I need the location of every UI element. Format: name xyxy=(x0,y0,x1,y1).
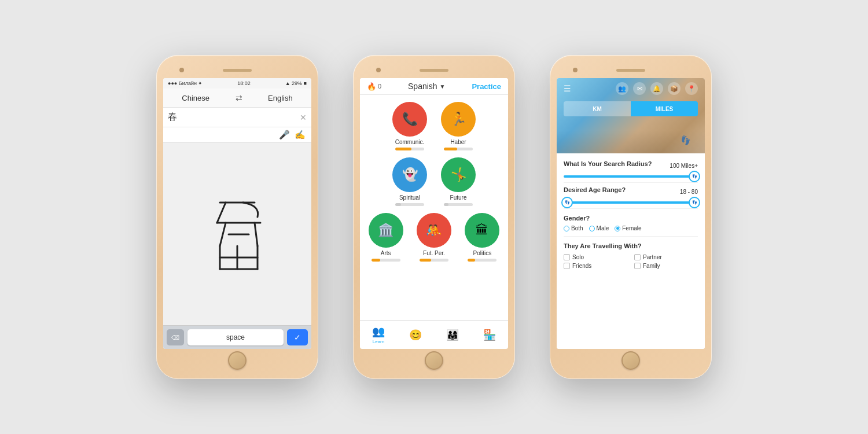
age-min-thumb[interactable]: 👣 xyxy=(561,197,573,208)
future-icon: 🤸 xyxy=(451,167,466,182)
nav-friends[interactable]: 👨‍👩‍👧 xyxy=(434,321,471,349)
future-circle: 🤸 xyxy=(441,157,476,192)
arts-fill xyxy=(372,259,380,262)
learn-label: Learn xyxy=(373,339,384,344)
arts-label: Arts xyxy=(381,250,391,256)
category-communic[interactable]: 📞 Communic. xyxy=(389,102,430,150)
radius-slider-thumb[interactable]: 👣 xyxy=(689,171,700,182)
communic-label: Communic. xyxy=(395,139,425,145)
phone-3-bottom xyxy=(621,349,640,372)
gender-male[interactable]: Male xyxy=(589,225,609,231)
topbar-icons: 👥 ✉ 🔔 📦 📍 xyxy=(616,82,698,95)
language-name: Spanish xyxy=(408,82,437,91)
unit-tabs[interactable]: KM MILES xyxy=(564,101,698,116)
female-radio[interactable] xyxy=(615,226,620,231)
home-button-3[interactable] xyxy=(621,351,640,370)
fut-per-label: Fut. Per. xyxy=(423,250,445,256)
source-language-label: Chinese xyxy=(182,94,209,102)
female-radio-dot xyxy=(616,227,619,230)
clear-icon[interactable]: ✕ xyxy=(300,113,307,122)
carrier-label: ●●● Билайн ✦ xyxy=(168,80,203,86)
fut-per-circle: 🤼 xyxy=(417,213,451,248)
language-selector[interactable]: Spanish ▼ xyxy=(408,82,446,91)
haber-circle: 🏃 xyxy=(441,102,476,137)
delete-key[interactable]: ⌫ xyxy=(167,329,184,345)
haber-label: Haber xyxy=(450,139,466,145)
travel-solo[interactable]: Solo xyxy=(564,254,627,260)
gender-label: Gender? xyxy=(564,215,590,222)
radius-slider-track: 👣 xyxy=(564,175,698,178)
travel-friends[interactable]: Friends xyxy=(564,263,627,269)
spiritual-circle: 👻 xyxy=(392,157,427,192)
radius-header: What Is Your Search Radius? 100 Miles+ xyxy=(564,160,698,171)
people-icon-btn[interactable]: 👥 xyxy=(616,82,628,95)
practice-button[interactable]: Practice xyxy=(472,82,501,91)
phone-3-top xyxy=(557,62,705,78)
friends-checkbox[interactable] xyxy=(564,263,570,269)
miles-tab[interactable]: MILES xyxy=(631,101,698,116)
drawing-canvas[interactable] xyxy=(163,143,311,326)
age-slider-container[interactable]: 👣 👣 xyxy=(564,201,698,204)
age-header: Desired Age Range? 18 - 80 xyxy=(564,186,698,197)
km-tab[interactable]: KM xyxy=(564,101,631,116)
category-haber[interactable]: 🏃 Haber xyxy=(438,102,479,150)
phone-1: ●●● Билайн ✦ 18:02 ▲ 29% ■ Chinese ⇄ Eng… xyxy=(156,55,318,379)
language-selector-bar[interactable]: Chinese ⇄ English xyxy=(163,89,311,108)
gender-both[interactable]: Both xyxy=(564,225,583,231)
politics-label: Politics xyxy=(473,250,491,256)
category-future[interactable]: 🤸 Future xyxy=(438,157,479,206)
nav-shop[interactable]: 🏪 xyxy=(471,321,508,349)
category-spiritual[interactable]: 👻 Spiritual xyxy=(389,157,430,206)
cube-icon-btn[interactable]: 📦 xyxy=(668,82,681,95)
politics-progress xyxy=(468,259,496,262)
solo-checkbox[interactable] xyxy=(564,254,570,260)
category-politics[interactable]: 🏛 Politics xyxy=(462,213,502,262)
streak-count: 0 xyxy=(378,83,381,90)
swap-icon[interactable]: ⇄ xyxy=(236,93,242,102)
input-row[interactable]: 春 ✕ xyxy=(163,108,311,127)
travel-partner[interactable]: Partner xyxy=(634,254,698,260)
phone-2-screen: 🔥 0 Spanish ▼ Practice 📞 Commun xyxy=(360,78,508,349)
chat-icon: 😊 xyxy=(409,329,422,341)
friends-label: Friends xyxy=(572,263,591,269)
app-topbar: ☰ 👥 ✉ 🔔 📦 📍 xyxy=(557,78,705,99)
both-radio[interactable] xyxy=(564,226,569,231)
radius-slider-container[interactable]: 👣 xyxy=(564,175,698,178)
search-radius-value: 100 Miles+ xyxy=(670,163,698,169)
menu-icon[interactable]: ☰ xyxy=(564,84,571,93)
footprints-icon: 👣 xyxy=(679,134,692,146)
age-max-thumb[interactable]: 👣 xyxy=(689,197,700,208)
male-radio[interactable] xyxy=(589,226,595,231)
bell-icon-btn[interactable]: 🔔 xyxy=(650,82,663,95)
communic-icon: 📞 xyxy=(402,112,418,127)
shop-icon: 🏪 xyxy=(483,329,496,341)
category-row-1: 📞 Communic. 🏃 Haber xyxy=(366,102,502,150)
category-row-3: 🏛️ Arts 🤼 Fut. Per. xyxy=(366,213,502,262)
communic-circle: 📞 xyxy=(392,102,427,137)
home-button-1[interactable] xyxy=(228,351,247,370)
phones-container: ●●● Билайн ✦ 18:02 ▲ 29% ■ Chinese ⇄ Eng… xyxy=(156,55,712,379)
handwrite-icon[interactable]: ✍️ xyxy=(295,130,306,140)
gender-female[interactable]: Female xyxy=(615,225,641,231)
microphone-icon[interactable]: 🎤 xyxy=(279,130,290,140)
friends-icon: 👨‍👩‍👧 xyxy=(446,329,459,341)
phone-1-camera xyxy=(179,68,184,72)
category-fut-per[interactable]: 🤼 Fut. Per. xyxy=(414,213,454,262)
nav-learn[interactable]: 👥 Learn xyxy=(360,321,397,349)
arts-progress xyxy=(372,259,400,262)
space-key[interactable]: space xyxy=(187,329,284,345)
home-button-2[interactable] xyxy=(425,351,443,370)
partner-checkbox[interactable] xyxy=(634,254,641,260)
politics-fill xyxy=(468,259,475,262)
spiritual-progress xyxy=(395,203,424,206)
travel-label: They Are Travelling With? xyxy=(564,242,642,249)
travel-family[interactable]: Family xyxy=(634,263,698,269)
confirm-key[interactable]: ✓ xyxy=(287,329,308,345)
haber-fill xyxy=(444,148,457,150)
location-icon-btn[interactable]: 📍 xyxy=(685,82,698,95)
category-arts[interactable]: 🏛️ Arts xyxy=(366,213,406,262)
message-icon-btn[interactable]: ✉ xyxy=(633,82,646,95)
nav-chat[interactable]: 😊 xyxy=(397,321,434,349)
family-checkbox[interactable] xyxy=(634,263,641,269)
input-character: 春 xyxy=(168,111,300,123)
